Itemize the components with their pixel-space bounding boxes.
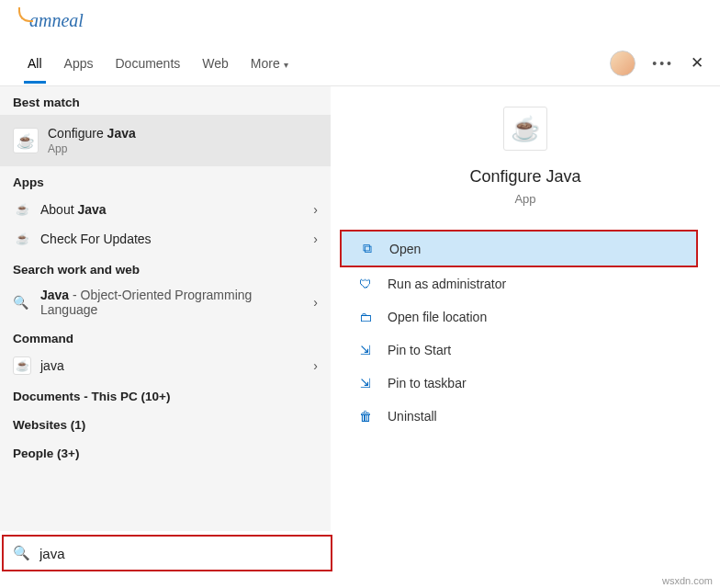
detail-subtitle: App <box>331 192 720 206</box>
java-icon: ☕ <box>13 128 39 153</box>
search-bar[interactable]: 🔍 <box>2 535 332 571</box>
tab-all[interactable]: All <box>17 43 53 84</box>
section-command: Command <box>0 322 331 351</box>
chevron-right-icon: › <box>313 232 318 246</box>
brand-bar: amneal <box>0 0 720 40</box>
more-options-icon[interactable]: ••• <box>652 56 674 71</box>
section-search-web: Search work and web <box>0 254 331 282</box>
watermark: wsxdn.com <box>662 575 713 586</box>
tab-web[interactable]: Web <box>191 43 240 84</box>
section-apps: Apps <box>0 166 331 195</box>
tab-more[interactable]: More▾ <box>240 43 299 84</box>
search-icon: 🔍 <box>13 545 30 561</box>
tab-documents[interactable]: Documents <box>104 43 191 84</box>
tab-apps[interactable]: Apps <box>53 43 105 84</box>
folder-icon: 🗀 <box>354 310 377 324</box>
java-small-icon: ☕ <box>13 230 31 248</box>
trash-icon: 🗑 <box>354 409 377 424</box>
pin-taskbar-icon: ⇲ <box>354 376 377 390</box>
action-pin-taskbar[interactable]: ⇲ Pin to taskbar <box>340 367 698 400</box>
search-results-pane: Best match ☕ Configure Java App Apps ☕ A… <box>0 86 331 531</box>
action-run-admin[interactable]: 🛡 Run as administrator <box>340 267 698 300</box>
apps-check-updates[interactable]: ☕ Check For Updates › <box>0 224 331 254</box>
action-open-location[interactable]: 🗀 Open file location <box>340 300 698 334</box>
admin-icon: 🛡 <box>354 277 377 291</box>
close-icon[interactable]: ✕ <box>691 53 703 73</box>
java-small-icon: ☕ <box>13 356 31 375</box>
chevron-right-icon: › <box>313 358 318 373</box>
apps-check-label: Check For Updates <box>40 232 306 246</box>
search-icon: 🔍 <box>13 295 31 310</box>
search-input[interactable] <box>38 545 321 562</box>
action-uninstall[interactable]: 🗑 Uninstall <box>340 400 698 433</box>
detail-title: Configure Java <box>331 167 720 187</box>
section-websites[interactable]: Websites (1) <box>0 409 331 437</box>
best-match-subtitle: App <box>48 142 318 155</box>
open-icon: ⧉ <box>356 241 378 256</box>
java-small-icon: ☕ <box>13 200 31 219</box>
section-best-match: Best match <box>0 86 331 115</box>
section-documents[interactable]: Documents - This PC (10+) <box>0 380 331 409</box>
web-search-java[interactable]: 🔍 Java - Object-Oriented Programming Lan… <box>0 282 331 322</box>
brand-swoosh-icon <box>18 7 33 22</box>
chevron-down-icon: ▾ <box>284 60 288 70</box>
command-label: java <box>40 358 306 373</box>
apps-about-java[interactable]: ☕ About Java › <box>0 195 331 224</box>
chevron-right-icon: › <box>313 295 318 310</box>
best-match-title: Configure Java <box>48 126 318 141</box>
filter-tabs: All Apps Documents Web More▾ ••• ✕ <box>0 40 720 86</box>
detail-pane: ☕ Configure Java App ⧉ Open 🛡 Run as adm… <box>331 86 720 531</box>
action-pin-start[interactable]: ⇲ Pin to Start <box>340 334 698 367</box>
section-people[interactable]: People (3+) <box>0 437 331 466</box>
best-match-result[interactable]: ☕ Configure Java App <box>0 115 331 166</box>
java-large-icon: ☕ <box>503 107 547 151</box>
brand-name: amneal <box>29 10 84 31</box>
chevron-right-icon: › <box>313 202 318 217</box>
pin-start-icon: ⇲ <box>354 343 377 357</box>
avatar[interactable] <box>610 51 636 76</box>
command-java[interactable]: ☕ java › <box>0 351 331 380</box>
window-controls: ••• ✕ <box>610 51 703 76</box>
action-open[interactable]: ⧉ Open <box>340 230 698 267</box>
